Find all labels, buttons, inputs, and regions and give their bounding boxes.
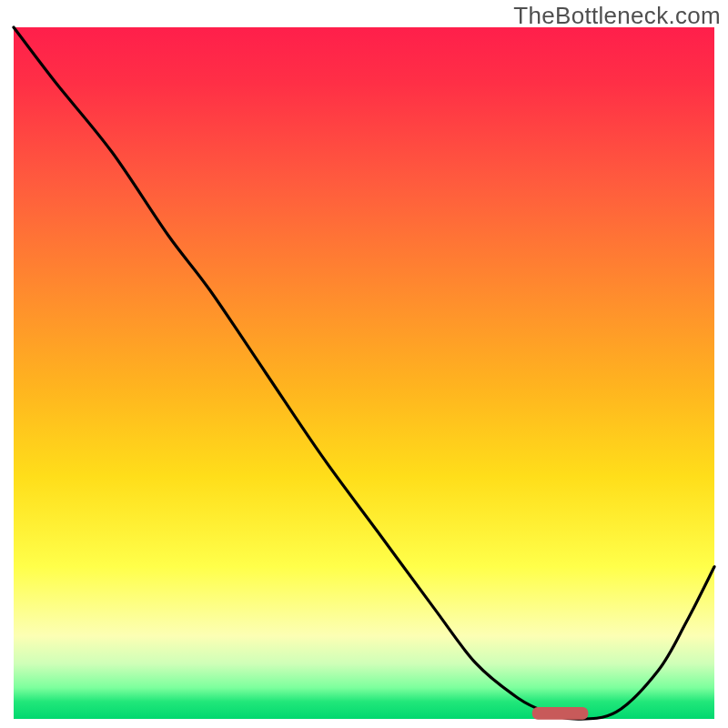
chart-stage: TheBottleneck.com: [0, 0, 728, 728]
bottleneck-curve: [14, 27, 714, 719]
watermark-text: TheBottleneck.com: [513, 2, 721, 30]
plot-area: [14, 27, 714, 719]
curve-svg: [14, 27, 714, 719]
optimal-range-marker: [532, 707, 589, 720]
